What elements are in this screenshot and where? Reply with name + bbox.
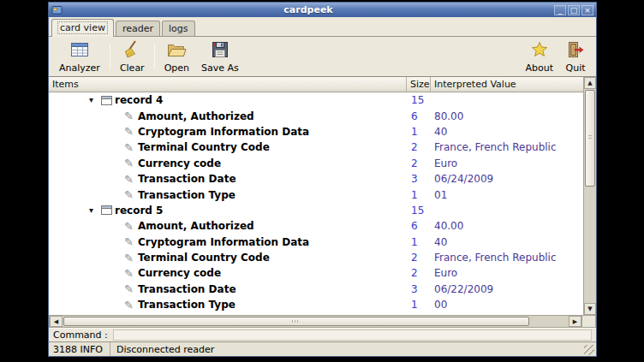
close-button[interactable]: ×	[581, 5, 593, 15]
tree-row-record[interactable]: ▾ record 4 15	[49, 92, 583, 108]
analyzer-label: Analyzer	[59, 63, 100, 74]
expander-icon[interactable]: ▾	[89, 206, 101, 215]
tree-row-record[interactable]: ▾ record 5 15	[49, 203, 583, 218]
tree-row[interactable]: ✎ Terminal Country Code 2 France, French…	[49, 139, 583, 155]
row-size: 2	[407, 252, 431, 264]
tab-reader-label: reader	[122, 23, 153, 34]
tree-row[interactable]: ✎ Terminal Country Code 2 France, French…	[49, 250, 583, 265]
status-message: Disconnected reader	[110, 344, 584, 355]
tree-row[interactable]: ✎ Transaction Type 1 00	[49, 297, 583, 312]
row-items-cell: ✎ Transaction Type	[49, 299, 407, 311]
horizontal-scrollbar-row: ◀ ▶	[49, 315, 596, 328]
scroll-right-arrow[interactable]: ▶	[569, 316, 581, 327]
tab-card-view-label: card view	[58, 22, 107, 33]
row-items-cell: ✎ Amount, Authorized	[49, 110, 407, 122]
column-header-size[interactable]: Size	[407, 77, 431, 92]
vertical-scroll-track[interactable]	[584, 89, 596, 303]
row-size: 6	[407, 110, 431, 122]
titlebar[interactable]: cardpeek _ □ ×	[49, 3, 596, 17]
horizontal-scrollbar[interactable]: ◀ ▶	[49, 315, 582, 328]
tree-row[interactable]: ✎ Currency code 2 Euro	[49, 156, 583, 171]
about-star-icon	[529, 39, 550, 62]
save-floppy-icon	[210, 39, 230, 62]
open-label: Open	[164, 63, 189, 74]
tree-row[interactable]: ✎ Transaction Type 1 01	[49, 187, 583, 202]
tree-row[interactable]: ✎ Cryptogram Information Data 1 40	[49, 124, 583, 139]
analyzer-button[interactable]: Analyzer	[53, 38, 106, 75]
tab-reader[interactable]: reader	[116, 21, 160, 36]
row-items-cell: ✎ Terminal Country Code	[49, 141, 407, 153]
row-label: Terminal Country Code	[138, 141, 270, 153]
record-icon	[101, 96, 115, 105]
tree-row[interactable]: ✎ Transaction Date 3 06/24/2009	[49, 171, 583, 187]
row-items-cell: ✎ Transaction Date	[49, 283, 407, 295]
analyzer-icon	[69, 39, 90, 62]
tab-card-view[interactable]: card view	[51, 19, 114, 37]
row-items-cell: ✎ Currency code	[49, 157, 407, 169]
tree-row[interactable]: ✎ Currency code 2 Euro	[49, 265, 583, 281]
vertical-scroll-thumb[interactable]	[585, 90, 595, 187]
pencil-icon: ✎	[124, 252, 138, 264]
row-size: 1	[407, 236, 431, 248]
row-label: Transaction Type	[138, 299, 236, 311]
about-button[interactable]: About	[519, 38, 559, 75]
row-value: 06/22/2009	[431, 283, 583, 295]
open-button[interactable]: Open	[158, 38, 195, 75]
row-size: 1	[407, 189, 431, 201]
horizontal-scroll-track[interactable]	[63, 316, 569, 327]
command-input[interactable]	[113, 329, 592, 341]
open-folder-icon	[166, 39, 187, 62]
clear-button[interactable]: Clear	[114, 38, 151, 75]
row-value: Euro	[431, 157, 583, 169]
tree-row[interactable]: ✎ Amount, Authorized 6 80.00	[49, 108, 583, 123]
row-value: 06/24/2009	[431, 173, 583, 185]
pencil-icon: ✎	[124, 174, 138, 185]
row-items-cell: ✎ Transaction Type	[49, 189, 407, 201]
maximize-button[interactable]: □	[568, 5, 580, 15]
status-bar: 3188 INFO Disconnected reader	[49, 341, 596, 356]
row-size: 15	[407, 94, 431, 106]
expander-icon[interactable]: ▾	[89, 96, 101, 104]
resize-grip-icon[interactable]	[584, 345, 594, 355]
pencil-icon: ✎	[124, 189, 138, 200]
row-label: Transaction Type	[138, 189, 236, 201]
tab-strip: card view reader logs	[49, 17, 596, 37]
save-as-button[interactable]: Save As	[195, 38, 245, 75]
scroll-down-arrow[interactable]: ▼	[584, 303, 596, 315]
quit-door-icon	[565, 39, 586, 62]
row-label: Currency code	[138, 267, 221, 279]
pencil-icon: ✎	[124, 236, 138, 247]
row-label: record 5	[115, 205, 163, 217]
row-label: Transaction Date	[138, 283, 236, 295]
column-header-interpreted-value[interactable]: Interpreted Value	[431, 77, 583, 92]
row-value: 40	[431, 126, 583, 138]
toolbar: Analyzer Clear Open	[49, 37, 596, 76]
status-counter: 3188 INFO	[49, 342, 110, 356]
column-header-items[interactable]: Items	[49, 77, 407, 92]
row-label: Amount, Authorized	[138, 220, 254, 232]
row-value: France, French Republic	[431, 252, 583, 264]
row-label: Cryptogram Information Data	[138, 236, 309, 248]
row-value: France, French Republic	[431, 141, 583, 153]
pencil-icon: ✎	[124, 126, 138, 137]
row-value: Euro	[431, 267, 583, 279]
horizontal-scroll-thumb[interactable]	[63, 317, 529, 326]
vertical-scrollbar[interactable]: ▲ ▼	[583, 77, 596, 315]
cardpeek-window: cardpeek _ □ × card view reader logs	[48, 2, 597, 357]
row-size: 3	[407, 173, 431, 185]
pencil-icon: ✎	[124, 157, 138, 169]
row-value: 40	[431, 236, 583, 248]
scroll-left-arrow[interactable]: ◀	[50, 316, 63, 327]
row-size: 2	[407, 157, 431, 169]
tab-logs[interactable]: logs	[162, 21, 195, 36]
app-icon	[51, 4, 63, 15]
quit-button[interactable]: Quit	[559, 38, 592, 75]
row-label: Currency code	[138, 157, 221, 169]
scroll-up-arrow[interactable]: ▲	[584, 77, 596, 89]
row-items-cell: ▾ record 4	[49, 94, 407, 106]
minimize-button[interactable]: _	[554, 5, 566, 15]
tree-row[interactable]: ✎ Transaction Date 3 06/22/2009	[49, 282, 583, 297]
tree-row[interactable]: ✎ Cryptogram Information Data 1 40	[49, 234, 583, 250]
tree-row[interactable]: ✎ Amount, Authorized 6 40.00	[49, 218, 583, 234]
row-label: Amount, Authorized	[138, 110, 254, 122]
